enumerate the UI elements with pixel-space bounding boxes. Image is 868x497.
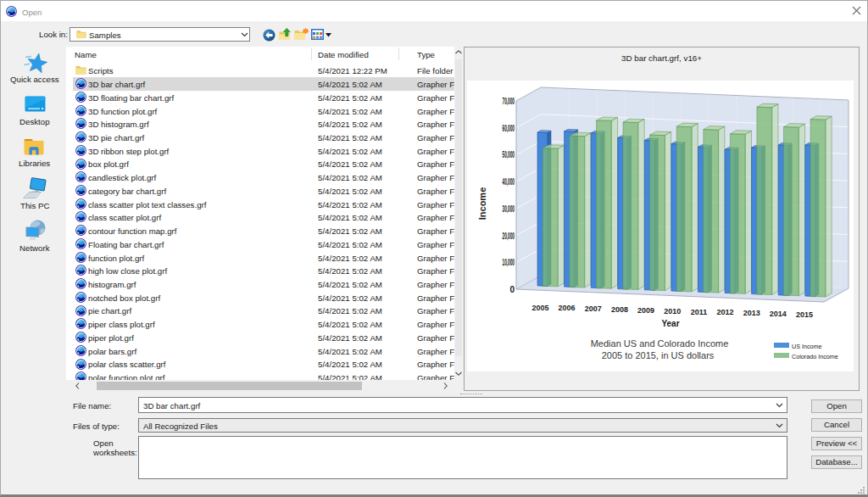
svg-text:Colorado Income: Colorado Income bbox=[792, 353, 838, 360]
svg-text:Year: Year bbox=[661, 319, 679, 328]
svg-text:US Income: US Income bbox=[792, 343, 822, 350]
svg-text:10,000: 10,000 bbox=[503, 258, 515, 267]
svg-text:2011: 2011 bbox=[691, 308, 708, 316]
svg-text:30,000: 30,000 bbox=[503, 204, 515, 214]
svg-text:2005: 2005 bbox=[531, 304, 548, 312]
svg-text:2006: 2006 bbox=[559, 304, 576, 312]
svg-text:2009: 2009 bbox=[637, 306, 654, 315]
svg-text:Median US and Colorado Income: Median US and Colorado Income bbox=[591, 338, 729, 349]
svg-text:2013: 2013 bbox=[743, 309, 760, 317]
svg-text:40,000: 40,000 bbox=[503, 177, 515, 187]
svg-text:20,000: 20,000 bbox=[503, 232, 515, 241]
svg-text:50,000: 50,000 bbox=[503, 150, 515, 159]
svg-text:2014: 2014 bbox=[770, 310, 787, 318]
svg-text:Income: Income bbox=[477, 187, 487, 221]
svg-text:2015: 2015 bbox=[796, 310, 813, 319]
svg-text:0: 0 bbox=[509, 285, 515, 294]
svg-text:70,000: 70,000 bbox=[503, 97, 515, 106]
svg-text:60,000: 60,000 bbox=[503, 124, 515, 133]
svg-text:2008: 2008 bbox=[611, 305, 628, 314]
svg-text:2010: 2010 bbox=[664, 307, 681, 316]
svg-text:2007: 2007 bbox=[585, 304, 602, 313]
svg-text:2012: 2012 bbox=[716, 308, 733, 316]
svg-text:2005 to 2015, in US dollars: 2005 to 2015, in US dollars bbox=[602, 350, 715, 360]
